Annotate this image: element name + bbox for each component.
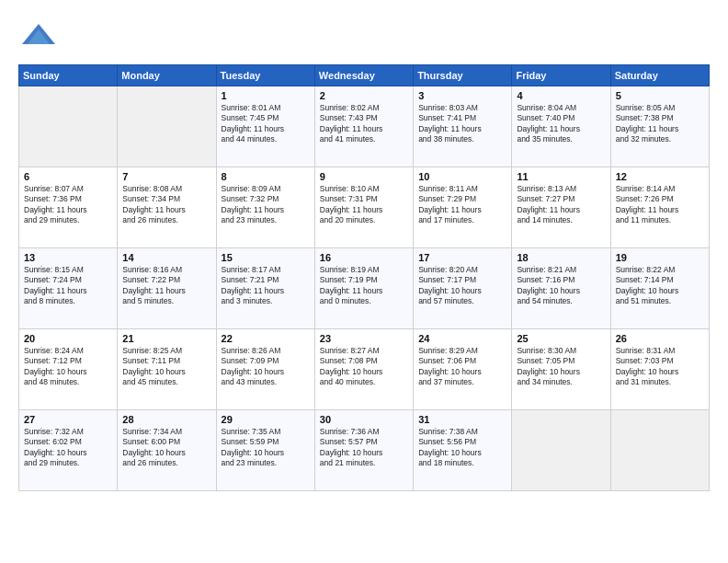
- calendar-cell: 15Sunrise: 8:17 AM Sunset: 7:21 PM Dayli…: [216, 248, 314, 329]
- weekday-row: SundayMondayTuesdayWednesdayThursdayFrid…: [19, 65, 710, 86]
- calendar-cell: 26Sunrise: 8:31 AM Sunset: 7:03 PM Dayli…: [610, 329, 709, 410]
- day-number: 6: [24, 171, 112, 182]
- day-number: 30: [320, 414, 408, 425]
- day-info: Sunrise: 8:08 AM Sunset: 7:34 PM Dayligh…: [122, 184, 210, 226]
- day-info: Sunrise: 8:17 AM Sunset: 7:21 PM Dayligh…: [222, 265, 310, 307]
- calendar-cell: 19Sunrise: 8:22 AM Sunset: 7:14 PM Dayli…: [610, 248, 709, 329]
- day-number: 7: [122, 171, 210, 182]
- weekday-header-tuesday: Tuesday: [216, 65, 314, 86]
- day-info: Sunrise: 8:25 AM Sunset: 7:11 PM Dayligh…: [122, 346, 210, 388]
- weekday-header-sunday: Sunday: [19, 65, 118, 86]
- calendar-cell: 16Sunrise: 8:19 AM Sunset: 7:19 PM Dayli…: [314, 248, 413, 329]
- calendar-cell: 17Sunrise: 8:20 AM Sunset: 7:17 PM Dayli…: [414, 248, 512, 329]
- calendar-cell: 30Sunrise: 7:36 AM Sunset: 5:57 PM Dayli…: [314, 410, 413, 491]
- day-info: Sunrise: 7:38 AM Sunset: 5:56 PM Dayligh…: [418, 427, 506, 469]
- day-info: Sunrise: 8:19 AM Sunset: 7:19 PM Dayligh…: [320, 265, 408, 307]
- day-info: Sunrise: 8:03 AM Sunset: 7:41 PM Dayligh…: [418, 103, 506, 145]
- calendar-cell: 6Sunrise: 8:07 AM Sunset: 7:36 PM Daylig…: [19, 167, 118, 248]
- day-number: 15: [222, 252, 310, 263]
- week-row-0: 1Sunrise: 8:01 AM Sunset: 7:45 PM Daylig…: [19, 86, 710, 167]
- day-info: Sunrise: 8:13 AM Sunset: 7:27 PM Dayligh…: [517, 184, 605, 226]
- calendar-cell: 23Sunrise: 8:27 AM Sunset: 7:08 PM Dayli…: [314, 329, 413, 410]
- day-info: Sunrise: 8:10 AM Sunset: 7:31 PM Dayligh…: [320, 184, 408, 226]
- calendar-cell: 11Sunrise: 8:13 AM Sunset: 7:27 PM Dayli…: [512, 167, 610, 248]
- calendar-header: SundayMondayTuesdayWednesdayThursdayFrid…: [19, 65, 710, 86]
- day-number: 4: [517, 90, 605, 101]
- day-number: 19: [616, 252, 704, 263]
- calendar-cell: 29Sunrise: 7:35 AM Sunset: 5:59 PM Dayli…: [216, 410, 314, 491]
- calendar-cell: 18Sunrise: 8:21 AM Sunset: 7:16 PM Dayli…: [512, 248, 610, 329]
- calendar-table: SundayMondayTuesdayWednesdayThursdayFrid…: [18, 64, 710, 491]
- week-row-1: 6Sunrise: 8:07 AM Sunset: 7:36 PM Daylig…: [19, 167, 710, 248]
- weekday-header-thursday: Thursday: [414, 65, 512, 86]
- day-number: 21: [122, 333, 210, 344]
- day-info: Sunrise: 7:32 AM Sunset: 6:02 PM Dayligh…: [24, 427, 112, 469]
- day-info: Sunrise: 8:30 AM Sunset: 7:05 PM Dayligh…: [517, 346, 605, 388]
- calendar-cell: 5Sunrise: 8:05 AM Sunset: 7:38 PM Daylig…: [610, 86, 709, 167]
- day-number: 22: [222, 333, 310, 344]
- day-number: 23: [320, 333, 408, 344]
- day-number: 9: [320, 171, 408, 182]
- calendar-cell: 12Sunrise: 8:14 AM Sunset: 7:26 PM Dayli…: [610, 167, 709, 248]
- calendar-cell: 25Sunrise: 8:30 AM Sunset: 7:05 PM Dayli…: [512, 329, 610, 410]
- weekday-header-monday: Monday: [118, 65, 216, 86]
- day-info: Sunrise: 7:34 AM Sunset: 6:00 PM Dayligh…: [122, 427, 210, 469]
- day-info: Sunrise: 8:15 AM Sunset: 7:24 PM Dayligh…: [24, 265, 112, 307]
- day-info: Sunrise: 8:05 AM Sunset: 7:38 PM Dayligh…: [616, 103, 704, 145]
- calendar-cell: 31Sunrise: 7:38 AM Sunset: 5:56 PM Dayli…: [414, 410, 512, 491]
- day-number: 11: [517, 171, 605, 182]
- day-number: 2: [320, 90, 408, 101]
- day-info: Sunrise: 8:20 AM Sunset: 7:17 PM Dayligh…: [418, 265, 506, 307]
- calendar-cell: [610, 410, 709, 491]
- day-info: Sunrise: 8:22 AM Sunset: 7:14 PM Dayligh…: [616, 265, 704, 307]
- day-info: Sunrise: 8:09 AM Sunset: 7:32 PM Dayligh…: [222, 184, 310, 226]
- week-row-2: 13Sunrise: 8:15 AM Sunset: 7:24 PM Dayli…: [19, 248, 710, 329]
- day-number: 26: [616, 333, 704, 344]
- day-number: 24: [418, 333, 506, 344]
- calendar-cell: [512, 410, 610, 491]
- calendar-cell: 21Sunrise: 8:25 AM Sunset: 7:11 PM Dayli…: [118, 329, 216, 410]
- weekday-header-friday: Friday: [512, 65, 610, 86]
- day-number: 3: [418, 90, 506, 101]
- day-info: Sunrise: 8:16 AM Sunset: 7:22 PM Dayligh…: [122, 265, 210, 307]
- day-info: Sunrise: 7:36 AM Sunset: 5:57 PM Dayligh…: [320, 427, 408, 469]
- day-number: 8: [222, 171, 310, 182]
- header: [18, 15, 710, 55]
- day-number: 29: [222, 414, 310, 425]
- day-info: Sunrise: 8:01 AM Sunset: 7:45 PM Dayligh…: [222, 103, 310, 145]
- calendar-cell: 3Sunrise: 8:03 AM Sunset: 7:41 PM Daylig…: [414, 86, 512, 167]
- calendar-cell: 28Sunrise: 7:34 AM Sunset: 6:00 PM Dayli…: [118, 410, 216, 491]
- day-info: Sunrise: 8:07 AM Sunset: 7:36 PM Dayligh…: [24, 184, 112, 226]
- day-number: 17: [418, 252, 506, 263]
- day-number: 18: [517, 252, 605, 263]
- calendar-cell: 9Sunrise: 8:10 AM Sunset: 7:31 PM Daylig…: [314, 167, 413, 248]
- day-info: Sunrise: 8:27 AM Sunset: 7:08 PM Dayligh…: [320, 346, 408, 388]
- calendar-cell: 27Sunrise: 7:32 AM Sunset: 6:02 PM Dayli…: [19, 410, 118, 491]
- day-info: Sunrise: 8:04 AM Sunset: 7:40 PM Dayligh…: [517, 103, 605, 145]
- day-info: Sunrise: 8:21 AM Sunset: 7:16 PM Dayligh…: [517, 265, 605, 307]
- calendar-cell: 1Sunrise: 8:01 AM Sunset: 7:45 PM Daylig…: [216, 86, 314, 167]
- day-number: 20: [24, 333, 112, 344]
- calendar-cell: 7Sunrise: 8:08 AM Sunset: 7:34 PM Daylig…: [118, 167, 216, 248]
- day-info: Sunrise: 8:26 AM Sunset: 7:09 PM Dayligh…: [222, 346, 310, 388]
- day-number: 27: [24, 414, 112, 425]
- logo: [18, 15, 61, 55]
- calendar-cell: 4Sunrise: 8:04 AM Sunset: 7:40 PM Daylig…: [512, 86, 610, 167]
- day-info: Sunrise: 7:35 AM Sunset: 5:59 PM Dayligh…: [222, 427, 310, 469]
- day-number: 28: [122, 414, 210, 425]
- calendar-cell: 8Sunrise: 8:09 AM Sunset: 7:32 PM Daylig…: [216, 167, 314, 248]
- logo-icon: [18, 15, 59, 55]
- day-info: Sunrise: 8:14 AM Sunset: 7:26 PM Dayligh…: [616, 184, 704, 226]
- calendar-cell: 24Sunrise: 8:29 AM Sunset: 7:06 PM Dayli…: [414, 329, 512, 410]
- day-number: 1: [222, 90, 310, 101]
- day-number: 14: [122, 252, 210, 263]
- day-number: 10: [418, 171, 506, 182]
- weekday-header-wednesday: Wednesday: [314, 65, 413, 86]
- calendar-cell: 2Sunrise: 8:02 AM Sunset: 7:43 PM Daylig…: [314, 86, 413, 167]
- day-number: 16: [320, 252, 408, 263]
- calendar-cell: [19, 86, 118, 167]
- calendar-cell: 10Sunrise: 8:11 AM Sunset: 7:29 PM Dayli…: [414, 167, 512, 248]
- weekday-header-saturday: Saturday: [610, 65, 709, 86]
- calendar-cell: 22Sunrise: 8:26 AM Sunset: 7:09 PM Dayli…: [216, 329, 314, 410]
- day-info: Sunrise: 8:24 AM Sunset: 7:12 PM Dayligh…: [24, 346, 112, 388]
